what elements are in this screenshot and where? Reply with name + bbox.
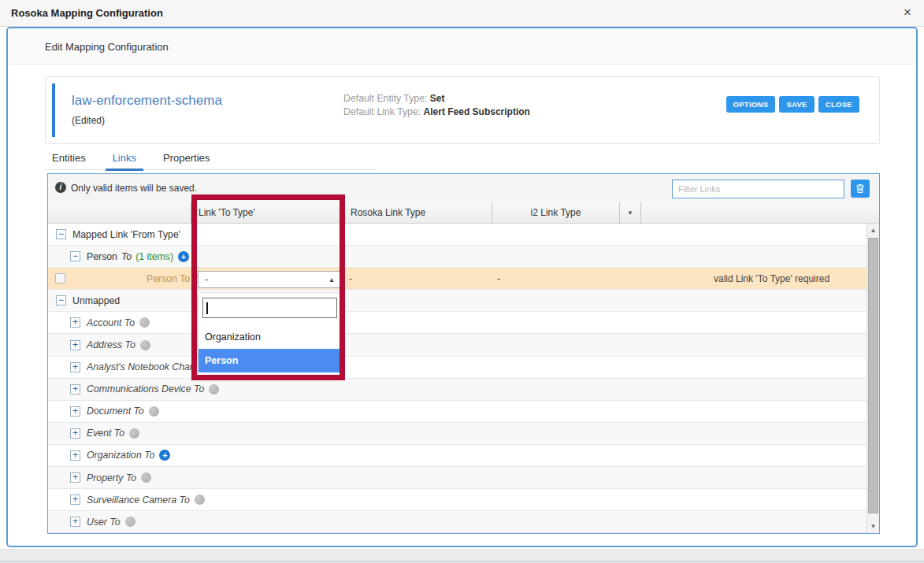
schema-defaults: Default Entity Type: Set Default Link Ty… (343, 92, 530, 119)
notice-text: Only valid items will be saved. (71, 183, 197, 194)
default-entity-label: Default Entity Type: (343, 93, 427, 104)
dialog-heading: Edit Mapping Configuration (45, 41, 169, 53)
link-to-type-dropdown-panel: OrganizationPerson (199, 294, 341, 376)
window-title: Rosoka Mapping Configuration (11, 7, 163, 19)
text-caret (206, 302, 208, 314)
item-count: (1 items) (135, 251, 173, 262)
expand-icon[interactable]: + (70, 317, 80, 328)
tab-properties[interactable]: Properties (156, 150, 217, 169)
collapse-icon[interactable]: − (56, 295, 66, 306)
item-badge-icon (140, 340, 150, 350)
table-row[interactable]: +Document To (48, 401, 866, 423)
default-link-label: Default Link Type: (343, 106, 421, 117)
link-to-type-select[interactable]: - ▲ (198, 271, 341, 288)
scroll-up-icon[interactable]: ▲ (867, 224, 879, 236)
tree-cell: +Account To (48, 312, 866, 333)
row-label: Address To (87, 339, 135, 350)
tab-links[interactable]: Links (106, 150, 143, 171)
schema-card: law-enforcement-schema (Edited) Default … (45, 76, 880, 144)
row-label: Event To (87, 428, 124, 439)
row-label: Surveillance Camera To (87, 494, 190, 506)
selected-value: - (205, 274, 208, 285)
table-row[interactable]: +Address To (48, 334, 866, 356)
row-label: Property To (87, 472, 136, 483)
expand-icon[interactable]: + (70, 450, 80, 461)
table-body: −Mapped Link 'From Type'−PersonTo(1 item… (48, 224, 866, 533)
collapse-icon[interactable]: − (70, 251, 80, 261)
collapse-icon[interactable]: − (56, 229, 66, 239)
row-label: User To (87, 517, 121, 528)
tab-entities[interactable]: Entities (45, 150, 93, 169)
filter-links-input[interactable] (672, 180, 844, 198)
scroll-down-icon[interactable]: ▼ (867, 520, 879, 532)
i2-link-type-value: - (497, 268, 500, 290)
row-label: Document To (87, 406, 144, 417)
dropdown-option-organization[interactable]: Organization (199, 325, 341, 349)
schema-name-link[interactable]: law-enforcement-schema (72, 93, 222, 109)
expand-icon[interactable]: + (70, 406, 80, 417)
table-row[interactable]: +Account To (48, 312, 866, 334)
table-row[interactable]: −PersonTo(1 items)+ (48, 246, 866, 268)
item-badge-icon (141, 472, 151, 483)
save-button[interactable]: SAVE (779, 96, 814, 113)
info-circle-icon: i (55, 182, 66, 193)
tree-cell: +Analyst's Notebook Chart To (48, 357, 866, 378)
validation-message: valid Link 'To Type' required (714, 268, 829, 290)
column-header-messages (641, 202, 879, 224)
dropdown-options: OrganizationPerson (199, 325, 341, 372)
dialog-header: Edit Mapping Configuration (8, 28, 916, 65)
delete-button[interactable] (851, 180, 870, 198)
row-label: Analyst's Notebook Chart To (87, 361, 209, 372)
table-row[interactable]: +Event To (48, 423, 866, 445)
item-badge-icon (209, 384, 219, 394)
row-label: Organization To (87, 450, 154, 461)
tree-cell: −Unmapped (48, 290, 866, 311)
tree-cell: −Mapped Link 'From Type' (48, 224, 866, 245)
table-row[interactable]: −Mapped Link 'From Type' (48, 224, 866, 246)
expand-icon[interactable]: + (70, 428, 80, 439)
vertical-scrollbar[interactable]: ▲ ▼ (866, 224, 879, 533)
select-arrow-icon: ▲ (328, 276, 335, 283)
table-row[interactable]: +Analyst's Notebook Chart To (48, 357, 866, 379)
dropdown-option-person[interactable]: Person (199, 349, 341, 372)
window-bottom-edge (0, 561, 924, 562)
row-label: Account To (87, 317, 135, 328)
item-badge-icon (149, 406, 159, 417)
table-row[interactable]: Person To ?--valid Link 'To Type' requir… (48, 268, 866, 290)
options-button[interactable]: OPTIONS (726, 96, 776, 113)
table-row[interactable]: +Organization To+ (48, 445, 866, 467)
table-row[interactable]: +Communications Device To (48, 379, 866, 401)
table-row[interactable]: −Unmapped (48, 290, 866, 312)
tree-cell: +Organization To+ (48, 445, 866, 466)
expand-icon[interactable]: + (70, 340, 80, 350)
close-button[interactable]: CLOSE (818, 96, 859, 113)
row-checkbox[interactable] (55, 273, 65, 283)
expand-icon[interactable]: + (70, 472, 80, 483)
tree-cell: +Address To (48, 334, 866, 355)
mapping-configuration-dialog: Edit Mapping Configuration law-enforceme… (6, 27, 918, 547)
column-menu-button[interactable]: ▼ (620, 202, 641, 224)
tree-cell: +Event To (48, 423, 866, 444)
item-badge-icon (125, 517, 135, 527)
expand-icon[interactable]: + (70, 362, 80, 372)
window-close-icon[interactable]: × (904, 6, 911, 20)
expand-icon[interactable]: + (70, 384, 80, 394)
item-badge-icon (139, 317, 150, 328)
table-row[interactable]: +Property To (48, 467, 866, 489)
scrollbar-thumb[interactable] (868, 238, 878, 513)
table-row[interactable]: +Surveillance Camera To (48, 489, 866, 511)
column-header-link-to-type[interactable]: Link 'To Type' (191, 202, 344, 224)
add-item-icon[interactable]: + (178, 251, 189, 262)
tree-cell: +Surveillance Camera To (48, 489, 866, 510)
row-label: Communications Device To (87, 383, 204, 394)
default-entity-value: Set (430, 93, 445, 104)
column-header-i2-link-type[interactable]: i2 Link Type (492, 202, 620, 224)
expand-icon[interactable]: + (70, 517, 80, 527)
add-item-icon[interactable]: + (159, 450, 170, 461)
schema-accent-bar (52, 83, 55, 137)
dropdown-search-input[interactable] (202, 298, 337, 318)
table-row[interactable]: +User To (48, 511, 866, 533)
tab-bar: EntitiesLinksProperties (45, 150, 376, 170)
column-header-rosoka-link-type[interactable]: Rosoka Link Type (344, 202, 492, 224)
expand-icon[interactable]: + (70, 494, 80, 505)
